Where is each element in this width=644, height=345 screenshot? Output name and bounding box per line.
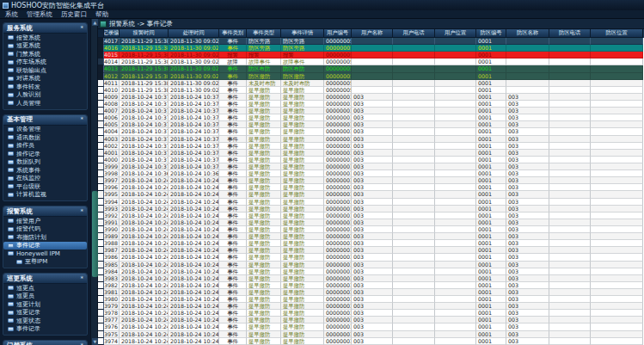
table-row[interactable]: 40022018-10-24 10:37:012018-10-24 10:37:… [98,143,644,150]
row-indicator[interactable] [98,65,104,72]
row-indicator[interactable] [98,317,104,323]
row-indicator[interactable] [98,323,104,330]
row-indicator[interactable] [98,94,104,101]
sidebar-item-在线监控[interactable]: 在线监控 [3,175,87,183]
table-row[interactable]: 40012018-10-24 10:37:002018-10-24 10:37:… [98,150,644,157]
sidebar-section-header[interactable]: 巡更系统* [3,274,87,284]
table-row[interactable]: 39852018-10-24 10:24:512018-10-24 10:24:… [98,262,644,268]
column-header-13[interactable]: 防区位置 [591,29,643,38]
row-indicator[interactable] [98,157,104,163]
row-indicator[interactable] [98,80,104,87]
table-row[interactable]: 39952018-10-24 10:24:542018-10-24 10:24:… [98,191,644,198]
sidebar-item-人脸识别[interactable]: 人脸识别 [3,91,87,100]
row-indicator[interactable] [98,268,104,275]
table-row[interactable]: 40042018-10-24 10:37:012018-10-24 10:37:… [98,128,644,135]
table-row[interactable]: 40152018-11-29 15:38:112018-11-30 09:02:… [98,52,644,59]
sidebar-item-巡更系统[interactable]: 巡更系统 [3,42,87,51]
table-row[interactable]: 39932018-10-24 10:24:542018-10-24 10:24:… [98,206,644,213]
sidebar-item-数据队列[interactable]: 数据队列 [3,158,87,167]
column-header-7[interactable]: 用户名称 [352,29,393,38]
table-row[interactable]: 40102018-11-29 15:38:282018-11-30 09:02:… [98,87,644,94]
sidebar-item-事件记录[interactable]: 事件记录 [3,242,87,250]
sidebar-item-巡更点[interactable]: 巡更点 [3,284,87,293]
row-indicator[interactable] [98,87,104,94]
row-indicator[interactable] [98,303,104,310]
sidebar-item-对讲系统[interactable]: 对讲系统 [3,75,87,83]
column-header-4[interactable]: 事件类型 [247,29,281,38]
sidebar-item-报警用户[interactable]: 报警用户 [3,217,87,225]
sidebar-item-巡更计划[interactable]: 巡更计划 [3,300,87,309]
row-indicator[interactable] [98,177,104,184]
column-header-9[interactable]: 用户位置 [435,29,476,38]
sidebar-item-操作记录[interactable]: 操作记录 [3,150,87,158]
row-indicator[interactable] [98,310,104,317]
row-indicator[interactable] [98,289,104,296]
column-header-1[interactable]: 接警时间 [120,29,169,38]
table-row[interactable]: 39922018-10-24 10:24:542018-10-24 10:24:… [98,213,644,219]
table-row[interactable]: 39902018-10-24 10:24:542018-10-24 10:24:… [98,226,644,233]
row-indicator[interactable] [98,128,104,135]
table-row[interactable]: 39842018-10-24 10:24:512018-10-24 10:24:… [98,268,644,275]
sidebar-item-系统事件[interactable]: 系统事件 [3,166,87,175]
sidebar-item-平台级联[interactable]: 平台级联 [3,182,87,191]
sidebar-item-至尊IPM[interactable]: 至尊IPM [3,258,87,267]
row-indicator[interactable] [98,38,104,45]
table-row[interactable]: 39752018-10-24 10:24:212018-10-24 10:24:… [98,331,644,338]
table-row[interactable]: 39942018-10-24 10:24:542018-10-24 10:24:… [98,199,644,206]
row-indicator[interactable] [98,121,104,128]
table-row[interactable]: 39992018-10-24 10:37:002018-10-24 10:37:… [98,163,644,170]
menu-item-0[interactable]: 系统 [5,10,18,19]
row-indicator[interactable] [98,101,104,108]
table-row[interactable]: 40002018-10-24 10:37:002018-10-24 10:37:… [98,157,644,163]
scroll-up-icon[interactable]: ▲ [92,19,98,26]
row-indicator[interactable] [98,45,104,52]
sidebar-item-操作员[interactable]: 操作员 [3,142,87,151]
row-indicator[interactable] [98,73,104,80]
sidebar-item-巡更员[interactable]: 巡更员 [3,293,87,301]
table-row[interactable]: 40132018-11-29 15:38:152018-11-30 09:02:… [98,65,644,72]
collapse-icon[interactable]: * [81,209,84,214]
sidebar-scrollbar[interactable]: ▲ ▼ [90,19,98,345]
column-header-12[interactable]: 防区电话 [549,29,591,38]
table-row[interactable]: 40122018-11-29 15:38:192018-11-30 09:02:… [98,73,644,80]
row-indicator[interactable] [98,247,104,254]
column-header-0[interactable]: ▼记录编号 [104,29,120,38]
table-row[interactable]: 40082018-10-24 10:37:022018-10-24 10:37:… [98,101,644,108]
table-row[interactable]: 39742018-10-24 10:24:212018-10-24 10:24:… [98,338,644,345]
sidebar-item-设备管理[interactable]: 设备管理 [3,126,87,134]
sidebar-item-Honeywell IPM[interactable]: Honeywell IPM [3,250,87,258]
table-row[interactable]: 40052018-10-24 10:37:012018-10-24 10:37:… [98,121,644,128]
row-indicator[interactable] [98,213,104,219]
sidebar-item-停车场系统[interactable]: 停车场系统 [3,59,87,67]
column-header-5[interactable]: 事件详情 [281,29,324,38]
sidebar-section-header[interactable]: 基本管理* [3,115,87,126]
scrollbar-thumb[interactable] [92,191,98,277]
row-indicator[interactable] [98,59,104,65]
row-indicator[interactable] [98,219,104,226]
sidebar-item-人员管理[interactable]: 人员管理 [3,99,87,108]
row-indicator[interactable] [98,254,104,261]
row-indicator[interactable] [98,108,104,114]
collapse-icon[interactable]: * [81,117,84,122]
table-row[interactable]: 39812018-10-24 10:24:232018-10-24 10:24:… [98,289,644,296]
sidebar-item-通讯数据[interactable]: 通讯数据 [3,133,87,142]
sidebar-item-事件记录[interactable]: 事件记录 [3,325,87,334]
sidebar-section-header[interactable]: 服务系统* [3,23,87,34]
row-indicator[interactable] [98,170,104,177]
row-indicator[interactable] [98,163,104,170]
column-header-10[interactable]: 防区编号 [476,29,506,38]
row-indicator[interactable] [98,191,104,198]
table-row[interactable]: 39772018-10-24 10:24:222018-10-24 10:24:… [98,317,644,323]
row-indicator[interactable] [98,296,104,303]
row-indicator[interactable] [98,331,104,338]
table-row[interactable]: 40032018-10-24 10:37:012018-10-24 10:37:… [98,136,644,143]
row-indicator[interactable] [98,136,104,143]
table-row[interactable]: 40142018-11-29 15:38:122018-11-30 09:02:… [98,59,644,65]
row-indicator[interactable] [98,226,104,233]
sidebar-item-布撤防计划[interactable]: 布撤防计划 [3,233,87,242]
table-row[interactable]: 39862018-10-24 10:24:512018-10-24 10:24:… [98,254,644,261]
table-row[interactable]: 39762018-10-24 10:24:212018-10-24 10:24:… [98,323,644,330]
row-indicator[interactable] [98,143,104,150]
table-row[interactable]: 39982018-10-24 10:36:582018-10-24 10:36:… [98,170,644,177]
table-row[interactable]: 39832018-10-24 10:24:512018-10-24 10:24:… [98,275,644,282]
